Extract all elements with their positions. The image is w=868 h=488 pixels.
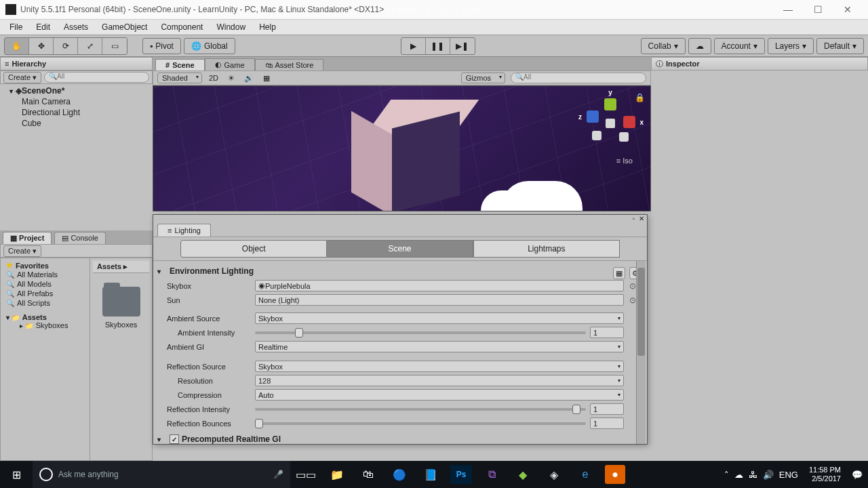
- skybox-field[interactable]: ◉ PurpleNebula: [255, 280, 624, 291]
- folder-icon[interactable]: [102, 287, 140, 317]
- lighting-close-icon[interactable]: ✕: [639, 215, 644, 222]
- menu-file[interactable]: File: [3, 21, 29, 33]
- resolution-field[interactable]: 128: [255, 375, 624, 386]
- menu-help[interactable]: Help: [252, 21, 283, 33]
- precomputed-gi-checkbox[interactable]: ✓: [170, 434, 179, 444]
- photoshop-icon[interactable]: Ps: [450, 465, 472, 484]
- reflection-bounces-value[interactable]: 1: [590, 418, 624, 429]
- rotate-tool[interactable]: ⟳: [54, 38, 78, 54]
- assets-subfolder[interactable]: Skyboxes: [6, 321, 84, 329]
- assets-breadcrumb[interactable]: Assets ▸: [93, 261, 149, 273]
- recorder-icon[interactable]: ●: [605, 465, 625, 484]
- tray-volume-icon[interactable]: 🔊: [763, 470, 774, 480]
- tab-asset-store[interactable]: 🛍Asset Store: [255, 59, 324, 70]
- menu-component[interactable]: Component: [154, 21, 210, 33]
- maximize-button[interactable]: ☐: [803, 0, 833, 19]
- pivot-toggle[interactable]: ▪Pivot: [142, 38, 181, 54]
- ambient-gi-field[interactable]: Realtime: [255, 341, 624, 352]
- hierarchy-create[interactable]: Create ▾: [3, 72, 41, 83]
- cortana-search[interactable]: Ask me anything 🎤: [33, 461, 290, 488]
- favorite-item[interactable]: All Models: [6, 279, 84, 289]
- precomputed-gi-header[interactable]: ✓Precomputed Realtime GI: [163, 430, 637, 444]
- scene-viewport[interactable]: ≡ Iso 🔒: [153, 85, 651, 211]
- lighting-scrollbar[interactable]: [636, 261, 646, 444]
- action-center-icon[interactable]: 💬: [852, 470, 863, 480]
- lighting-tab-object[interactable]: Object: [180, 240, 327, 258]
- favorite-item[interactable]: All Scripts: [6, 298, 84, 308]
- start-button[interactable]: ⊞: [0, 461, 33, 488]
- tray-language[interactable]: ENG: [779, 470, 798, 480]
- tab-console[interactable]: ▤ Console: [54, 232, 105, 244]
- sun-field[interactable]: None (Light): [255, 294, 624, 306]
- reflection-intensity-slider[interactable]: [255, 403, 586, 415]
- orientation-gizmo[interactable]: [583, 96, 637, 150]
- shading-mode[interactable]: Shaded: [157, 73, 202, 83]
- close-button[interactable]: ✕: [833, 0, 863, 19]
- hierarchy-item[interactable]: Cube: [4, 118, 149, 129]
- scale-tool[interactable]: ⤢: [78, 38, 102, 54]
- tray-onedrive-icon[interactable]: ☁: [734, 470, 743, 480]
- play-button[interactable]: ▶: [401, 38, 426, 54]
- tab-lighting[interactable]: ≡Lighting: [157, 224, 211, 237]
- account-dropdown[interactable]: Account▾: [714, 38, 765, 54]
- env-lighting-header[interactable]: Environment Lighting: [163, 265, 637, 279]
- lighting-tab-scene[interactable]: Scene: [327, 240, 473, 258]
- ambient-source-field[interactable]: Skybox: [255, 312, 624, 324]
- fx-toggle-icon[interactable]: ▦: [260, 73, 273, 83]
- collab-dropdown[interactable]: Collab▾: [641, 38, 686, 54]
- mic-icon[interactable]: 🎤: [273, 470, 283, 479]
- reflection-source-field[interactable]: Skybox: [255, 361, 624, 372]
- assets-folder[interactable]: Assets: [6, 313, 84, 321]
- chrome-icon[interactable]: 🔵: [384, 461, 415, 488]
- file-explorer-icon[interactable]: 📁: [321, 461, 353, 488]
- word-icon[interactable]: 📘: [415, 461, 446, 488]
- reflection-bounces-slider[interactable]: [255, 418, 586, 429]
- hierarchy-item[interactable]: Directional Light: [4, 107, 149, 118]
- menu-edit[interactable]: Edit: [29, 21, 57, 33]
- tray-network-icon[interactable]: 🖧: [749, 470, 757, 480]
- edge-icon[interactable]: e: [570, 461, 601, 488]
- ambient-intensity-value[interactable]: 1: [590, 327, 624, 338]
- cloud-button[interactable]: ☁: [688, 38, 711, 54]
- menu-gameobject[interactable]: GameObject: [95, 21, 154, 33]
- scene-root[interactable]: ◈ SceneOne*: [4, 85, 149, 96]
- tab-project[interactable]: ▦ Project: [3, 232, 52, 244]
- ambient-intensity-slider[interactable]: [255, 327, 586, 338]
- step-button[interactable]: ▶❚: [450, 38, 475, 54]
- projection-label[interactable]: ≡ Iso: [616, 157, 633, 165]
- move-tool[interactable]: ✥: [29, 38, 54, 54]
- rect-tool[interactable]: ▭: [102, 38, 127, 54]
- pause-button[interactable]: ❚❚: [426, 38, 450, 54]
- taskbar-clock[interactable]: 11:58 PM 2/5/2017: [804, 466, 846, 483]
- favorite-item[interactable]: All Prefabs: [6, 289, 84, 298]
- android-studio-icon[interactable]: ◆: [507, 461, 538, 488]
- tab-scene[interactable]: #Scene: [155, 59, 205, 70]
- favorite-item[interactable]: All Materials: [6, 270, 84, 279]
- lighting-dock-icon[interactable]: ▫: [632, 215, 635, 222]
- project-create[interactable]: Create ▾: [3, 245, 41, 257]
- unity-taskbar-icon[interactable]: ◈: [538, 461, 570, 488]
- lock-icon[interactable]: 🔒: [635, 93, 645, 102]
- gizmos-dropdown[interactable]: Gizmos: [461, 73, 505, 83]
- hierarchy-search[interactable]: 🔍All: [44, 72, 149, 83]
- global-toggle[interactable]: 🌐Global: [184, 38, 235, 54]
- 2d-toggle[interactable]: 2D: [208, 73, 220, 83]
- reflection-intensity-value[interactable]: 1: [590, 403, 624, 415]
- hand-tool[interactable]: ✋: [5, 38, 29, 54]
- store-app-icon[interactable]: 🛍: [353, 461, 384, 488]
- scene-search[interactable]: 🔍All: [511, 73, 646, 83]
- hierarchy-item[interactable]: Main Camera: [4, 96, 149, 107]
- minimize-button[interactable]: ―: [773, 0, 803, 19]
- layout-dropdown[interactable]: Default▾: [816, 38, 864, 54]
- lighting-tab-lightmaps[interactable]: Lightmaps: [473, 240, 620, 258]
- audio-toggle-icon[interactable]: 🔊: [243, 73, 255, 83]
- tab-game[interactable]: ◐Game: [205, 58, 255, 70]
- task-view-icon[interactable]: ▭▭: [290, 461, 321, 488]
- lighting-toggle-icon[interactable]: ☀: [225, 73, 237, 83]
- compression-field[interactable]: Auto: [255, 389, 624, 401]
- menu-window[interactable]: Window: [210, 21, 252, 33]
- favorites-header[interactable]: Favorites: [6, 261, 84, 270]
- menu-assets[interactable]: Assets: [57, 21, 95, 33]
- tray-chevron-icon[interactable]: ˄: [724, 470, 729, 480]
- layers-dropdown[interactable]: Layers▾: [768, 38, 814, 54]
